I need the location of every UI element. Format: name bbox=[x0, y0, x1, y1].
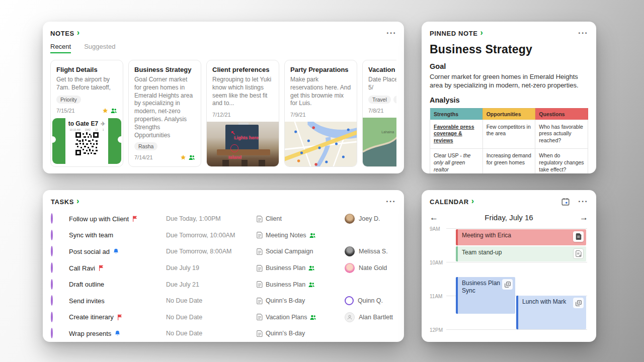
more-options-icon[interactable]: ··· bbox=[578, 199, 588, 204]
note-icon[interactable] bbox=[573, 231, 584, 242]
task-checkbox[interactable] bbox=[51, 312, 53, 322]
task-assignee[interactable]: Quinn Q. bbox=[345, 296, 396, 305]
calendar-event-business-plan-sync[interactable]: Business Plan Sync bbox=[456, 277, 515, 314]
tag-priority[interactable]: Priority bbox=[56, 96, 81, 104]
right-arrow-icon[interactable]: → bbox=[580, 213, 588, 222]
note-card-client-preferences[interactable]: Client preferences Regrouping to let Yuk… bbox=[206, 60, 279, 167]
notes-header-link[interactable]: NOTES › bbox=[50, 29, 79, 37]
more-options-icon[interactable]: ··· bbox=[386, 199, 396, 204]
task-assignee[interactable]: Alan Bartlett bbox=[345, 312, 396, 322]
calendar-icon[interactable] bbox=[561, 197, 570, 206]
copy-icon[interactable] bbox=[502, 279, 513, 290]
event-label: Lunch with Mark bbox=[522, 298, 566, 305]
boarding-pass-details: 10:15 AM 1942 12 1 bbox=[67, 128, 106, 131]
document-icon bbox=[257, 265, 263, 272]
task-note-link[interactable]: Client bbox=[257, 215, 345, 222]
task-list: Follow up with Client Due Today, 1:00PM … bbox=[51, 211, 396, 342]
chevron-right-icon: › bbox=[77, 29, 79, 37]
avatar-sketch bbox=[347, 314, 353, 320]
task-row: Follow up with Client Due Today, 1:00PM … bbox=[51, 211, 396, 227]
pinned-note-title: Business Strategy bbox=[430, 43, 588, 56]
tag-luis[interactable]: Luis bbox=[393, 96, 396, 104]
calendar-panel-title: CALENDAR bbox=[430, 198, 469, 206]
qr-code bbox=[75, 132, 99, 155]
note-card-business-strategy[interactable]: Business Strategy Goal Corner market for… bbox=[128, 60, 201, 167]
calendar-event-meeting-with-erica[interactable]: Meeting with Erica bbox=[456, 229, 586, 245]
assignee-name: Melissa S. bbox=[359, 248, 388, 255]
task-label[interactable]: Send invites bbox=[69, 297, 166, 305]
assignee-name: Joey D. bbox=[359, 215, 380, 222]
kitchen-photo-attachment: ↖ Lights here Island bbox=[207, 122, 279, 167]
coast-map-attachment: Lahaina bbox=[363, 118, 396, 166]
task-label[interactable]: Wrap presents bbox=[69, 330, 166, 337]
task-checkbox[interactable] bbox=[51, 295, 53, 306]
analysis-table: Strengths Opportunities Questions Favora… bbox=[430, 108, 588, 173]
task-label[interactable]: Draft outline bbox=[69, 281, 166, 288]
task-note-link[interactable]: Business Plan bbox=[257, 281, 345, 288]
task-note-link[interactable]: Quinn’s B-day bbox=[257, 330, 345, 337]
task-note-link[interactable]: Meeting Notes bbox=[257, 232, 345, 239]
tag-rasha[interactable]: Rasha bbox=[134, 142, 157, 150]
left-arrow-icon[interactable]: ← bbox=[430, 213, 438, 222]
table-cell: Who has favorable press actually reached… bbox=[535, 120, 588, 149]
note-card-title: Client preferences bbox=[212, 66, 273, 73]
note-card-vacation-itinerary[interactable]: Vacation Itinerary Date Place Activities… bbox=[362, 60, 396, 167]
event-label: Team stand-up bbox=[462, 249, 502, 256]
pinned-note-panel: PINNED NOTE › ··· Business Strategy Goal… bbox=[422, 22, 596, 173]
task-assignee[interactable]: Joey D. bbox=[345, 214, 396, 224]
task-label[interactable]: Post social ad bbox=[69, 248, 166, 255]
more-options-icon[interactable]: ··· bbox=[386, 31, 396, 36]
note-card-title: Party Preparations bbox=[290, 66, 351, 73]
tasks-header-link[interactable]: TASKS › bbox=[51, 198, 79, 206]
tab-recent[interactable]: Recent bbox=[50, 43, 71, 53]
calendar-event-team-stand-up[interactable]: Team stand-up bbox=[456, 246, 586, 261]
event-label: Business Plan Sync bbox=[462, 280, 500, 294]
analysis-heading: Analysis bbox=[430, 96, 588, 104]
task-label[interactable]: Sync with team bbox=[69, 231, 166, 239]
task-checkbox[interactable] bbox=[51, 213, 53, 224]
task-label[interactable]: Create itinerary bbox=[69, 313, 166, 321]
task-label[interactable]: Call Ravi bbox=[69, 264, 166, 272]
assignee-name: Quinn Q. bbox=[358, 297, 383, 304]
task-assignee[interactable]: Nate Gold bbox=[345, 263, 396, 273]
copy-icon[interactable] bbox=[573, 298, 584, 308]
chevron-right-icon: › bbox=[471, 197, 474, 205]
task-checkbox[interactable] bbox=[51, 328, 53, 338]
notes-tabs: Recent Suggested bbox=[50, 43, 396, 53]
task-checkbox[interactable] bbox=[51, 230, 53, 240]
task-checkbox[interactable] bbox=[51, 246, 53, 256]
task-assignee[interactable]: Melissa S. bbox=[345, 246, 396, 256]
pinned-note-header-link[interactable]: PINNED NOTE › bbox=[430, 29, 483, 37]
task-checkbox[interactable] bbox=[51, 262, 53, 273]
task-note-link[interactable]: Business Plan bbox=[257, 264, 345, 272]
tag-travel[interactable]: Travel bbox=[368, 96, 391, 104]
task-note-link[interactable]: Quinn’s B-day bbox=[257, 297, 345, 304]
note-card-title: Business Strategy bbox=[134, 66, 195, 73]
boarding-pass-gate: to Gate E7✈ bbox=[65, 120, 108, 127]
note-add-icon[interactable] bbox=[573, 248, 584, 259]
task-row: Draft outline Due July 21 Business Plan bbox=[51, 276, 396, 293]
people-icon bbox=[310, 314, 316, 320]
note-card-flight-details[interactable]: Flight Details Get to the airport by 7am… bbox=[50, 60, 123, 167]
task-label[interactable]: Follow up with Client bbox=[69, 215, 166, 223]
people-icon bbox=[111, 108, 117, 114]
star-icon bbox=[180, 154, 186, 160]
task-row: Sync with team Due Tomorrow, 10:00AM Mee… bbox=[51, 227, 396, 244]
document-icon bbox=[257, 330, 263, 337]
annotation-circle bbox=[230, 144, 238, 152]
task-checkbox[interactable] bbox=[51, 279, 53, 290]
note-card-snippet: Goal Corner market for green homes in Em… bbox=[134, 76, 195, 140]
photo-annotation: Lights here bbox=[234, 135, 259, 140]
task-note-link[interactable]: Vacation Plans bbox=[257, 314, 345, 321]
calendar-event-lunch-with-mark[interactable]: Lunch with Mark bbox=[516, 296, 586, 329]
tab-suggested[interactable]: Suggested bbox=[84, 43, 115, 53]
note-card-party-preparations[interactable]: Party Preparations Make park reservation… bbox=[284, 60, 357, 167]
document-icon bbox=[257, 314, 263, 320]
calendar-header-link[interactable]: CALENDAR › bbox=[430, 198, 474, 206]
more-options-icon[interactable]: ··· bbox=[578, 31, 588, 36]
bell-icon bbox=[113, 248, 119, 254]
people-icon bbox=[189, 154, 195, 160]
street-map-attachment bbox=[285, 122, 357, 167]
note-date: 7/15/21 bbox=[56, 108, 75, 114]
task-note-link[interactable]: Social Campaign bbox=[257, 248, 345, 255]
